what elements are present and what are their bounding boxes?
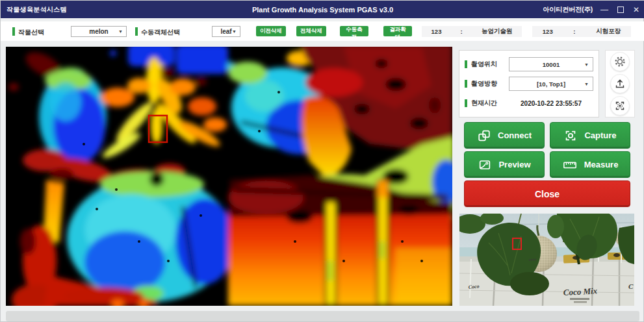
ruler-icon xyxy=(562,158,578,172)
close-icon[interactable]: ✕ xyxy=(633,6,639,14)
institute-name: 농업기술원 xyxy=(482,27,513,36)
gear-icon xyxy=(613,55,626,68)
maximize-icon[interactable] xyxy=(617,6,624,13)
object-select-marker xyxy=(135,27,138,36)
bag-text-large: Coco Mix xyxy=(563,286,598,297)
status-bar xyxy=(6,311,639,321)
chevron-down-icon: ▼ xyxy=(584,82,589,86)
measure-button[interactable]: Measure xyxy=(550,151,630,178)
app-window: 작물생육분석시스템 Plant Growth Analysis System P… xyxy=(0,0,644,322)
bag-text-small: Coco xyxy=(468,283,480,290)
capture-icon xyxy=(563,129,578,143)
field-code: 123 xyxy=(543,28,553,35)
connect-icon xyxy=(477,129,491,143)
minimize-icon[interactable]: — xyxy=(600,6,608,14)
capture-direction-label: 촬영방향 xyxy=(471,79,509,88)
row-marker xyxy=(465,60,467,68)
capture-location-row: 촬영위치 10001 ▼ xyxy=(465,55,593,74)
crop-select-label: 작물선택 xyxy=(18,28,44,37)
capture-button[interactable]: Capture xyxy=(550,122,630,149)
capture-location-dropdown[interactable]: 10001 ▼ xyxy=(509,57,593,71)
photo-preview[interactable]: coco Coco Coco Mix C xyxy=(459,214,634,306)
auto-focus-button[interactable] xyxy=(610,96,630,116)
chevron-down-icon: ▼ xyxy=(232,29,237,34)
depth-map-view[interactable] xyxy=(6,47,452,306)
result-zoom-button[interactable]: 결과확대 xyxy=(383,26,412,36)
current-time-value: 2020-10-22 23:55:57 xyxy=(509,100,593,107)
manual-measure-button[interactable]: 수동측정 xyxy=(340,26,368,36)
capture-location-label: 촬영위치 xyxy=(471,60,509,69)
preview-button[interactable]: Preview xyxy=(464,151,545,178)
preview-image-icon xyxy=(478,158,492,172)
title-bar: 작물생육분석시스템 Plant Growth Analysis System P… xyxy=(1,1,644,18)
current-time-row: 현재시간 2020-10-22 23:55:57 xyxy=(465,93,593,113)
capture-direction-row: 촬영방향 [10, Top1] ▼ xyxy=(465,74,593,93)
crop-select-marker xyxy=(12,27,15,36)
row-marker xyxy=(465,99,467,107)
crop-select-dropdown[interactable]: melon ▼ xyxy=(71,26,127,37)
delete-previous-button[interactable]: 이전삭제 xyxy=(256,26,286,36)
institute-info-box: 123 : 농업기술원 xyxy=(422,26,522,37)
field-name: 시험포장 xyxy=(596,27,621,36)
chevron-down-icon: ▼ xyxy=(584,62,589,67)
field-info-box: 123 : 시험포장 xyxy=(532,26,631,37)
connect-button[interactable]: Connect xyxy=(464,122,545,149)
upload-icon xyxy=(613,77,626,90)
row-marker xyxy=(465,80,467,88)
capture-direction-dropdown[interactable]: [10, Top1] ▼ xyxy=(509,77,593,91)
settings-button[interactable] xyxy=(610,52,630,71)
chevron-down-icon: ▼ xyxy=(118,29,123,34)
bag-text-tiny: coco xyxy=(529,257,537,262)
institute-code: 123 xyxy=(431,28,442,35)
side-icon-panel xyxy=(605,50,635,118)
bag-text-partial: C xyxy=(628,282,634,290)
focus-gear-icon xyxy=(613,99,626,112)
toolbar: 작물선택 melon ▼ 수동객체선택 leaf ▼ 이전삭제 전체삭제 수동측… xyxy=(1,21,644,41)
upload-button[interactable] xyxy=(610,74,630,93)
company-name: 아이티컨버전(주) xyxy=(543,5,593,14)
capture-info-panel: 촬영위치 10001 ▼ 촬영방향 [10, Top1] ▼ 현재시간 2020… xyxy=(459,50,599,118)
close-button[interactable]: Close xyxy=(464,180,630,207)
current-time-label: 현재시간 xyxy=(471,99,509,108)
delete-all-button[interactable]: 전체삭제 xyxy=(296,26,326,36)
object-select-label: 수동객체선택 xyxy=(141,28,180,37)
object-select-dropdown[interactable]: leaf ▼ xyxy=(212,26,240,37)
